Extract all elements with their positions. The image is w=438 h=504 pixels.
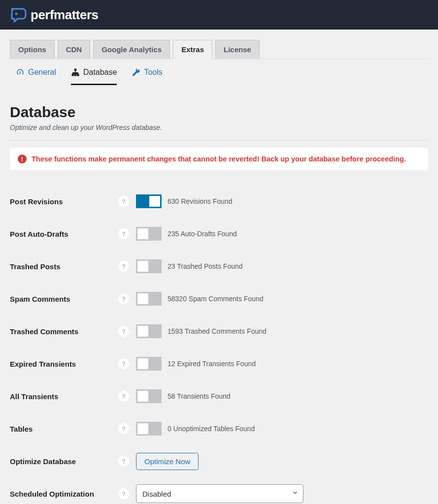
- tab-options[interactable]: Options: [10, 40, 55, 59]
- help-icon[interactable]: ?: [118, 423, 129, 434]
- subtab-database[interactable]: Database: [71, 68, 117, 85]
- schedule-select[interactable]: Disabled: [136, 484, 303, 503]
- warning-text: These functions make permanent changes t…: [32, 155, 406, 163]
- label-all-transients: All Transients: [10, 392, 118, 401]
- optimize-now-button[interactable]: Optimize Now: [136, 453, 199, 470]
- label-trashed-posts: Trashed Posts: [10, 262, 118, 271]
- tab-extras[interactable]: Extras: [173, 40, 212, 59]
- help-icon[interactable]: ?: [118, 261, 129, 272]
- sitemap-icon: [71, 68, 80, 77]
- help-icon[interactable]: ?: [118, 228, 129, 239]
- gauge-icon: [16, 68, 25, 77]
- help-icon[interactable]: ?: [118, 456, 129, 467]
- wrench-icon: [132, 68, 140, 77]
- row-trashed-posts: Trashed Posts ? 23 Trashed Posts Found: [10, 250, 428, 283]
- row-tables: Tables ? 0 Unoptimized Tables Found: [10, 412, 428, 445]
- page-title: Database: [10, 104, 428, 121]
- content-area: Options CDN Google Analytics Extras Lice…: [0, 30, 438, 504]
- subtab-database-label: Database: [83, 68, 117, 77]
- toggle-spam-comments[interactable]: [136, 292, 162, 306]
- desc-spam-comments: 58320 Spam Comments Found: [168, 295, 264, 303]
- desc-trashed-comments: 1593 Trashed Comments Found: [168, 327, 267, 335]
- desc-tables: 0 Unoptimized Tables Found: [168, 425, 255, 433]
- toggle-trashed-posts[interactable]: [136, 259, 162, 273]
- tab-cdn[interactable]: CDN: [58, 40, 91, 59]
- row-expired-transients: Expired Transients ? 12 Expired Transien…: [10, 347, 428, 380]
- label-expired-transients: Expired Transients: [10, 360, 118, 368]
- toggle-trashed-comments[interactable]: [136, 324, 162, 338]
- toggle-all-transients[interactable]: [136, 389, 162, 403]
- toggle-post-auto-drafts[interactable]: [136, 227, 162, 241]
- desc-post-revisions: 630 Revisions Found: [168, 197, 233, 205]
- warning-banner: ! These functions make permanent changes…: [10, 148, 428, 170]
- row-scheduled-optimization: Scheduled Optimization ? Disabled: [10, 477, 428, 504]
- brand-name: perfmatters: [31, 7, 99, 23]
- help-icon[interactable]: ?: [118, 488, 129, 499]
- row-optimize-database: Optimize Database ? Optimize Now: [10, 445, 428, 477]
- settings-rows: Post Revisions ? 630 Revisions Found Pos…: [10, 185, 428, 504]
- label-optimize-database: Optimize Database: [10, 457, 118, 466]
- label-tables: Tables: [10, 425, 118, 433]
- desc-post-auto-drafts: 235 Auto-Drafts Found: [168, 230, 237, 238]
- help-icon[interactable]: ?: [118, 358, 129, 369]
- help-icon[interactable]: ?: [118, 196, 129, 207]
- sub-tabs: General Database Tools: [10, 59, 428, 85]
- desc-expired-transients: 12 Expired Transients Found: [168, 360, 256, 368]
- schedule-select-wrap: Disabled: [136, 484, 303, 503]
- brand-logo: perfmatters: [10, 7, 99, 23]
- desc-all-transients: 58 Transients Found: [168, 392, 231, 400]
- subtab-tools-label: Tools: [144, 68, 162, 77]
- tab-google-analytics[interactable]: Google Analytics: [93, 40, 170, 59]
- help-icon[interactable]: ?: [118, 391, 129, 402]
- toggle-expired-transients[interactable]: [136, 357, 162, 371]
- svg-point-0: [15, 13, 18, 15]
- row-spam-comments: Spam Comments ? 58320 Spam Comments Foun…: [10, 283, 428, 315]
- help-icon[interactable]: ?: [118, 293, 129, 304]
- warning-icon: !: [18, 155, 27, 163]
- app-header: perfmatters: [0, 0, 438, 30]
- label-post-revisions: Post Revisions: [10, 197, 118, 206]
- help-icon[interactable]: ?: [118, 326, 129, 337]
- page-subtitle: Optimize and clean up your WordPress dat…: [10, 124, 428, 141]
- tab-license[interactable]: License: [215, 40, 260, 59]
- label-scheduled-optimization: Scheduled Optimization: [10, 490, 118, 498]
- subtab-tools[interactable]: Tools: [132, 68, 162, 85]
- toggle-post-revisions[interactable]: [136, 194, 162, 208]
- toggle-tables[interactable]: [136, 422, 162, 436]
- main-tabs: Options CDN Google Analytics Extras Lice…: [10, 30, 428, 59]
- label-post-auto-drafts: Post Auto-Drafts: [10, 230, 118, 238]
- perfmatters-logo-icon: [10, 7, 27, 23]
- row-trashed-comments: Trashed Comments ? 1593 Trashed Comments…: [10, 315, 428, 347]
- subtab-general[interactable]: General: [16, 68, 56, 85]
- row-all-transients: All Transients ? 58 Transients Found: [10, 380, 428, 412]
- label-trashed-comments: Trashed Comments: [10, 327, 118, 336]
- desc-trashed-posts: 23 Trashed Posts Found: [168, 262, 243, 270]
- row-post-auto-drafts: Post Auto-Drafts ? 235 Auto-Drafts Found: [10, 218, 428, 250]
- row-post-revisions: Post Revisions ? 630 Revisions Found: [10, 185, 428, 218]
- subtab-general-label: General: [28, 68, 56, 77]
- label-spam-comments: Spam Comments: [10, 295, 118, 303]
